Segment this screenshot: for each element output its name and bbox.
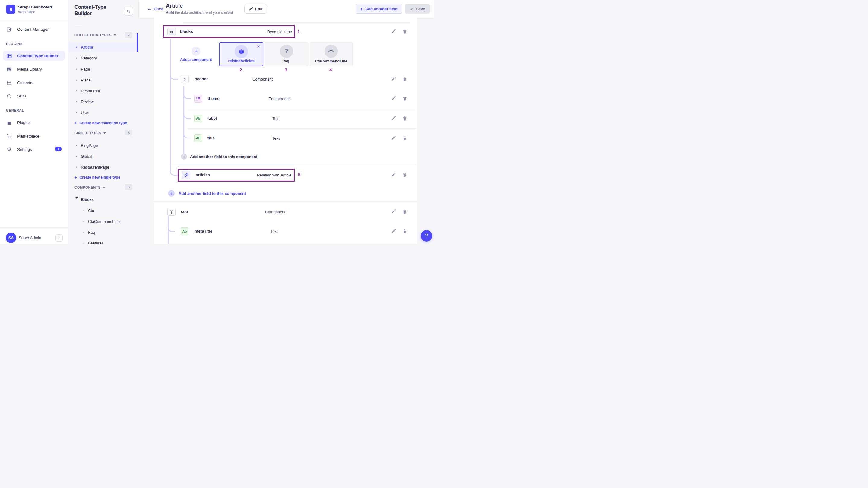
panel-item-cta[interactable]: •Cta bbox=[68, 206, 139, 216]
bullet-icon: • bbox=[76, 45, 78, 50]
trash-icon bbox=[402, 77, 407, 81]
single-types-label: SINGLE TYPES bbox=[74, 131, 101, 135]
edit-field-button[interactable] bbox=[391, 77, 396, 82]
panel-item-faq[interactable]: •Faq bbox=[68, 227, 139, 237]
panel-item-global[interactable]: •Global bbox=[68, 151, 139, 161]
add-field-outer-button[interactable]: + bbox=[168, 190, 175, 196]
remove-component-button[interactable]: ✕ bbox=[256, 44, 260, 49]
create-collection-type-link[interactable]: + Create new collection type bbox=[74, 121, 127, 125]
field-name-label[interactable]: label bbox=[208, 116, 217, 121]
check-icon: ✓ bbox=[410, 7, 413, 11]
pencil-icon bbox=[391, 209, 396, 214]
create-single-type-link[interactable]: + Create new single type bbox=[74, 175, 120, 180]
annotation-mark-3: 3 bbox=[285, 67, 287, 72]
collapse-sidebar-button[interactable]: ‹ bbox=[56, 234, 63, 242]
delete-field-button[interactable] bbox=[402, 209, 407, 214]
edit-field-button[interactable] bbox=[391, 209, 396, 214]
collection-types-label: COLLECTION TYPES bbox=[74, 33, 112, 37]
delete-field-button[interactable] bbox=[402, 136, 407, 141]
bullet-icon: • bbox=[76, 56, 78, 60]
components-label: COMPONENTS bbox=[74, 185, 101, 189]
edit-field-button[interactable] bbox=[391, 29, 396, 34]
edit-field-button[interactable] bbox=[391, 116, 396, 121]
sidebar-item-label: Media Library bbox=[17, 67, 42, 71]
panel-item-label: Place bbox=[81, 78, 91, 82]
sidebar-item-calendar[interactable]: Calendar bbox=[6, 80, 34, 86]
panel-item-article[interactable]: • Article bbox=[68, 42, 139, 52]
add-component-button[interactable]: + bbox=[191, 47, 200, 56]
component-tile-ctacommandline[interactable]: <> CtaCommandLine bbox=[310, 42, 352, 66]
sidebar-item-marketplace[interactable]: Marketplace bbox=[6, 133, 39, 139]
edit-label: Edit bbox=[255, 7, 263, 11]
delete-field-button[interactable] bbox=[402, 116, 407, 121]
panel-item-blogpage[interactable]: •BlogPage bbox=[68, 141, 139, 151]
infinity-glyph: ∞ bbox=[170, 29, 173, 34]
delete-field-button[interactable] bbox=[402, 29, 407, 34]
bullet-icon: • bbox=[76, 67, 78, 71]
field-name-metatitle[interactable]: metaTitle bbox=[194, 229, 212, 234]
panel-scrollbar-thumb[interactable] bbox=[136, 33, 138, 52]
sidebar-item-seo[interactable]: SEO bbox=[6, 93, 26, 99]
delete-field-button[interactable] bbox=[402, 229, 407, 234]
add-component-label[interactable]: Add a component bbox=[174, 58, 219, 62]
bullet-icon: • bbox=[83, 241, 85, 244]
component-tile-faq[interactable]: ? faq bbox=[265, 42, 308, 66]
panel-group-blocks[interactable]: Blocks bbox=[68, 194, 139, 205]
panel-item-category[interactable]: •Category bbox=[68, 53, 139, 63]
panel-item-label: Category bbox=[81, 56, 97, 60]
search-button[interactable] bbox=[124, 7, 133, 16]
panel-item-user[interactable]: •User bbox=[68, 108, 139, 118]
panel-item-restaurantpage[interactable]: •RestaurantPage bbox=[68, 162, 139, 172]
help-button[interactable]: ? bbox=[421, 230, 432, 242]
add-field-outer-label[interactable]: Add another field to this component bbox=[179, 191, 246, 196]
panel-item-features[interactable]: •Features bbox=[68, 238, 139, 244]
pencil-icon bbox=[391, 136, 396, 140]
field-name-title[interactable]: title bbox=[208, 136, 215, 140]
edit-button[interactable]: Edit bbox=[244, 4, 267, 13]
page-subtitle: Build the data architecture of your cont… bbox=[166, 10, 233, 15]
sidebar-item-content-manager[interactable]: Content Manager bbox=[6, 26, 49, 32]
panel-item-place[interactable]: •Place bbox=[68, 75, 139, 85]
edit-field-button[interactable] bbox=[391, 96, 396, 101]
field-name-articles[interactable]: articles bbox=[196, 173, 210, 177]
component-tile-relatedarticles[interactable]: ✕ relatedArticles bbox=[219, 42, 263, 66]
sidebar-item-content-type-builder[interactable]: Content-Type Builder bbox=[6, 53, 58, 59]
add-field-inner-label[interactable]: Add another field to this component bbox=[190, 154, 257, 159]
field-name-theme[interactable]: theme bbox=[208, 96, 220, 101]
edit-field-button[interactable] bbox=[391, 136, 396, 141]
sidebar-item-plugins[interactable]: Plugins bbox=[6, 119, 30, 125]
back-link[interactable]: ← Back bbox=[147, 6, 163, 11]
chevron-down-icon bbox=[114, 34, 116, 36]
puzzle-icon bbox=[6, 119, 12, 125]
tree-curve-header bbox=[170, 70, 178, 80]
panel-item-ctacommandline[interactable]: •CtaCommandLine bbox=[68, 217, 139, 226]
save-button[interactable]: ✓ Save bbox=[405, 4, 430, 13]
field-name-header[interactable]: header bbox=[194, 77, 208, 81]
delete-field-button[interactable] bbox=[402, 173, 407, 177]
collection-types-heading[interactable]: COLLECTION TYPES bbox=[74, 33, 116, 37]
panel-item-restaurant[interactable]: •Restaurant bbox=[68, 86, 139, 96]
sidebar-item-media-library[interactable]: Media Library bbox=[6, 66, 42, 72]
divider bbox=[168, 242, 416, 242]
bullet-icon: • bbox=[76, 89, 78, 93]
delete-field-button[interactable] bbox=[402, 96, 407, 101]
component-cube-icon bbox=[235, 45, 248, 58]
edit-field-button[interactable] bbox=[391, 229, 396, 234]
single-types-heading[interactable]: SINGLE TYPES bbox=[74, 131, 106, 135]
components-heading[interactable]: COMPONENTS bbox=[74, 185, 105, 189]
add-another-field-button[interactable]: + Add another field bbox=[355, 4, 402, 13]
panel-item-review[interactable]: •Review bbox=[68, 97, 139, 107]
search-icon bbox=[126, 9, 131, 13]
field-name-blocks[interactable]: blocks bbox=[180, 29, 193, 34]
pencil-icon bbox=[391, 173, 396, 177]
panel-item-label: Cta bbox=[88, 208, 94, 213]
panel-item-page[interactable]: •Page bbox=[68, 64, 139, 74]
add-field-inner-button[interactable]: + bbox=[181, 154, 187, 159]
field-type-label: Text bbox=[272, 116, 280, 121]
avatar[interactable]: SA bbox=[6, 233, 16, 243]
edit-field-button[interactable] bbox=[391, 173, 396, 177]
delete-field-button[interactable] bbox=[402, 77, 407, 82]
field-name-seo[interactable]: seo bbox=[181, 209, 188, 214]
sidebar-item-settings[interactable]: ⚙ Settings bbox=[6, 146, 32, 152]
question-icon: ? bbox=[425, 233, 428, 239]
